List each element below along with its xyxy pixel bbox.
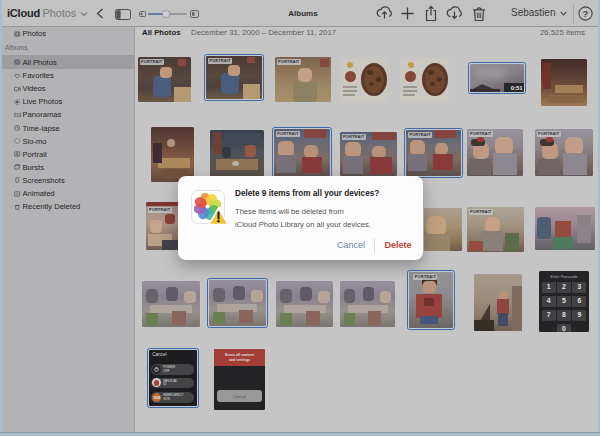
svg-text:?: ? xyxy=(583,8,589,19)
